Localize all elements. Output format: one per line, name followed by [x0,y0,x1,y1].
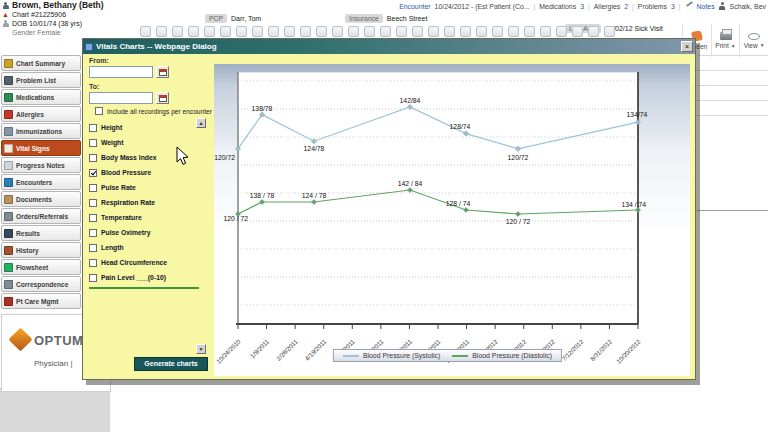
legend-swatch [452,355,468,357]
checkbox-weight[interactable] [89,139,97,147]
toolbar-icon[interactable] [300,26,311,37]
toolbar-icon[interactable] [444,26,455,37]
sidebar-item-flowsheet[interactable]: Flowsheet [1,259,81,275]
sidebar: Chart SummaryProblem ListMedicationsAlle… [1,55,82,310]
data-point-label: 120 / 72 [223,215,248,222]
chevron-down-icon[interactable]: ▼ [760,42,765,48]
toolbar-icon[interactable] [572,26,583,37]
sidebar-item-correspondence[interactable]: Correspondence [1,276,81,292]
toolbar-icon[interactable] [188,26,199,37]
dialog-titlebar[interactable]: Vitals Charts -- Webpage Dialog × [83,39,695,54]
sidebar-item-label: History [16,247,39,254]
option-label: Body Mass Index [101,154,157,161]
scroll-down-icon[interactable]: ▼ [196,344,206,354]
toolbar-icon[interactable] [524,26,535,37]
pcp-label: PCP [205,14,227,23]
toolbar-icon[interactable] [220,26,231,37]
checkbox-pulse-oximetry[interactable] [89,229,97,237]
toolbar-icon[interactable] [508,26,519,37]
include-all-checkbox[interactable] [95,107,103,115]
sidebar-item-problem-list[interactable]: Problem List [1,72,81,88]
toolbar-icon[interactable] [476,26,487,37]
sidebar-item-vital-signs[interactable]: Vital Signs [1,140,81,156]
from-calendar-button[interactable] [156,66,169,78]
medications-label[interactable]: Medications [539,3,576,10]
checkbox-height[interactable] [89,124,97,132]
toolbar-icon[interactable] [604,26,615,37]
checkbox-body-mass-index[interactable] [89,154,97,162]
toolbar-icon[interactable] [380,26,391,37]
allergies-count[interactable]: 2 [624,3,628,10]
toolbar-icon[interactable] [316,26,327,37]
medications-count[interactable]: 3 [580,3,584,10]
checkbox-pain-level-0-10[interactable] [89,274,97,282]
problems-label[interactable]: Problems [638,3,667,10]
to-date-input[interactable] [89,92,153,104]
view-button[interactable]: View ▼ [739,24,768,57]
toolbar-icon[interactable] [412,26,423,37]
sidebar-item-label: Vital Signs [16,145,50,152]
sidebar-item-orders-referrals[interactable]: Orders/Referrals [1,208,81,224]
encounter-label[interactable]: Encounter [399,3,430,10]
to-calendar-button[interactable] [156,92,169,104]
from-date-input[interactable] [89,66,153,78]
sidebar-item-history[interactable]: History [1,242,81,258]
sidebar-item-results[interactable]: Results [1,225,81,241]
toolbar-icon[interactable] [348,26,359,37]
toolbar-icon[interactable] [540,26,551,37]
checkbox-blood-pressure[interactable] [89,169,97,177]
toolbar-icon[interactable] [428,26,439,37]
toolbar-icon[interactable] [140,26,151,37]
print-button[interactable]: Print ▼ [711,24,740,57]
close-icon[interactable]: × [681,41,693,52]
sidebar-item-chart-summary[interactable]: Chart Summary [1,55,81,71]
view-icon [748,33,760,40]
sidebar-item-encounters[interactable]: Encounters [1,174,81,190]
toolbar-icon[interactable] [588,26,599,37]
insurance-label: Insurance [345,14,383,23]
sidebar-item-immunizations[interactable]: Immunizations [1,123,81,139]
checkbox-head-circumference[interactable] [89,259,97,267]
app-window: Brown, Bethany (Beth) ▲ Chart #21225906 … [0,0,768,432]
legend-swatch [343,355,359,357]
scroll-up-icon[interactable]: ▲ [196,118,206,128]
clipboard-icon [4,59,13,68]
chevron-down-icon[interactable]: ▼ [731,43,736,49]
checkbox-pulse-rate[interactable] [89,184,97,192]
toolbar-icon[interactable] [332,26,343,37]
toolbar-icon[interactable] [396,26,407,37]
user-icon [719,2,726,10]
sidebar-item-progress-notes[interactable]: Progress Notes [1,157,81,173]
toolbar-icon[interactable] [172,26,183,37]
sidebar-item-allergies[interactable]: Allergies [1,106,81,122]
toolbar-icon[interactable] [268,26,279,37]
legend-label: Blood Pressure (Diastolic) [472,352,552,359]
problems-count[interactable]: 3 [671,3,675,10]
insurance-row: Insurance Beech Street [345,14,427,23]
patient-gender: Gender Female [12,28,61,37]
toolbar-icon[interactable] [460,26,471,37]
toolbar-icon[interactable] [252,26,263,37]
option-label: Pulse Rate [101,184,136,191]
allergies-icon [4,110,13,119]
print-icon [720,32,732,40]
sidebar-item-pt-care-mgmt[interactable]: Pt Care Mgmt [1,293,81,309]
allergies-label[interactable]: Allergies [594,3,620,10]
toolbar-icon[interactable] [492,26,503,37]
notes-link[interactable]: Notes [697,3,715,10]
toolbar-icon[interactable] [236,26,247,37]
toolbar-icon[interactable] [364,26,375,37]
toolbar-icon[interactable] [156,26,167,37]
sidebar-item-medications[interactable]: Medications [1,89,81,105]
toolbar-icon[interactable] [204,26,215,37]
sidebar-item-documents[interactable]: Documents [1,191,81,207]
data-point-label: 142 / 84 [398,180,423,187]
checkbox-respiration-rate[interactable] [89,199,97,207]
calendar-icon [159,69,167,76]
checkbox-length[interactable] [89,244,97,252]
generate-charts-button[interactable]: Generate charts [134,357,208,371]
toolbar-icon[interactable] [556,26,567,37]
checkbox-temperature[interactable] [89,214,97,222]
brand-name: OPTUM [34,333,83,348]
toolbar-icon[interactable] [284,26,295,37]
